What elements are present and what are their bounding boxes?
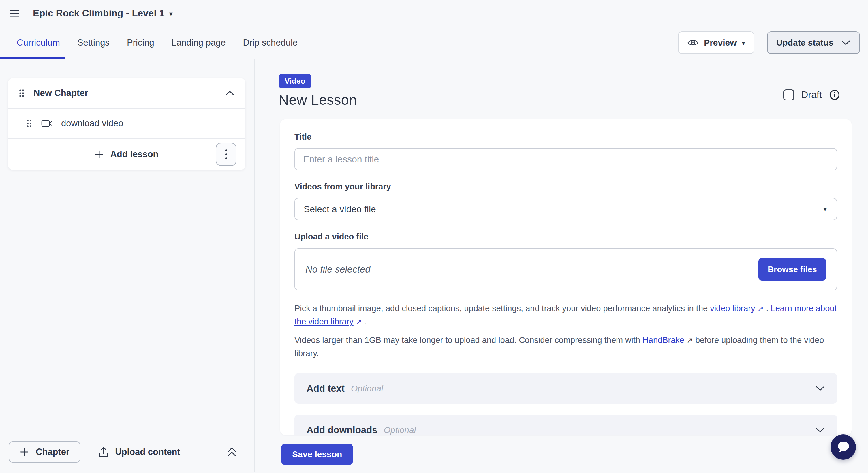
save-lesson-button[interactable]: Save lesson — [281, 444, 353, 465]
caret-down-icon: ▾ — [742, 39, 745, 47]
lesson-header: Video New Lesson — [255, 59, 868, 108]
external-link-icon: ↗ — [757, 302, 764, 315]
help-text: . — [764, 304, 771, 313]
tab-pricing[interactable]: Pricing — [118, 27, 163, 59]
preview-button[interactable]: Preview ▾ — [678, 31, 754, 54]
lesson-item[interactable]: download video — [8, 109, 245, 139]
add-lesson-button[interactable]: Add lesson — [93, 149, 160, 160]
compression-help-text: Videos larger than 1GB may take longer t… — [294, 334, 837, 360]
drag-dots-icon — [26, 119, 32, 128]
add-lesson-row: Add lesson — [8, 139, 245, 170]
update-status-button[interactable]: Update status — [767, 31, 860, 54]
tab-curriculum[interactable]: Curriculum — [0, 27, 69, 59]
video-library-link[interactable]: video library — [710, 304, 755, 313]
upload-label: Upload a video file — [294, 232, 837, 242]
collapse-all-button[interactable] — [227, 446, 237, 458]
optional-label: Optional — [351, 384, 383, 393]
upload-icon — [98, 446, 109, 458]
draft-toggle-group: Draft — [783, 89, 840, 101]
chapter-menu-button[interactable] — [216, 143, 237, 166]
lesson-editor: Video New Lesson Draft Title Videos from… — [255, 59, 868, 472]
chat-launcher-button[interactable] — [831, 434, 856, 460]
add-chapter-button[interactable]: Chapter — [9, 441, 81, 463]
add-downloads-section[interactable]: Add downloads Optional — [294, 415, 837, 435]
draft-label: Draft — [801, 89, 822, 100]
draft-checkbox[interactable] — [783, 89, 794, 100]
top-bar: Epic Rock Climbing - Level 1 ▾ — [0, 0, 868, 27]
tab-landing-page[interactable]: Landing page — [163, 27, 235, 59]
preview-label: Preview — [704, 38, 737, 48]
chapter-card: New Chapter — [8, 78, 245, 170]
external-link-icon: ↗ — [687, 334, 693, 347]
info-icon[interactable] — [829, 89, 840, 101]
lesson-form-card: Title Videos from your library Select a … — [280, 119, 851, 435]
course-tabs: Curriculum Settings Pricing Landing page… — [0, 27, 868, 59]
help-text: . — [362, 317, 367, 326]
upload-content-button[interactable]: Upload content — [97, 446, 182, 458]
library-label: Videos from your library — [294, 182, 837, 191]
tab-drip-schedule[interactable]: Drip schedule — [235, 27, 307, 59]
help-text: Pick a thumbnail image, add closed capti… — [294, 304, 710, 313]
handbrake-link[interactable]: HandBrake — [643, 336, 684, 345]
optional-label: Optional — [384, 425, 416, 435]
add-chapter-label: Chapter — [36, 447, 69, 457]
upload-content-label: Upload content — [115, 447, 180, 457]
page-title: New Lesson — [279, 92, 868, 108]
drag-handle[interactable] — [19, 89, 25, 98]
kebab-icon — [225, 149, 227, 160]
lesson-title-input[interactable] — [294, 148, 837, 170]
course-title: Epic Rock Climbing - Level 1 — [33, 8, 165, 19]
eye-icon — [687, 38, 699, 47]
chapter-title: New Chapter — [33, 88, 88, 98]
chevron-up-icon — [225, 90, 235, 96]
tab-settings[interactable]: Settings — [69, 27, 118, 59]
plus-icon — [20, 447, 29, 456]
add-downloads-label: Add downloads — [307, 424, 377, 435]
title-label: Title — [294, 132, 311, 141]
update-status-label: Update status — [776, 38, 833, 48]
video-camera-icon — [41, 119, 53, 128]
chevron-down-icon — [841, 40, 851, 45]
caret-down-icon: ▼ — [822, 206, 828, 213]
external-link-icon: ↗ — [356, 316, 362, 328]
upload-dropzone[interactable]: No file selected Browse files — [294, 248, 837, 290]
chapter-header: New Chapter — [8, 78, 245, 109]
header-actions: Preview ▾ Update status — [678, 31, 860, 54]
chat-bubble-icon — [836, 440, 851, 454]
no-file-text: No file selected — [305, 264, 371, 275]
course-title-dropdown[interactable]: Epic Rock Climbing - Level 1 ▾ — [33, 8, 173, 19]
select-value: Select a video file — [304, 204, 376, 215]
curriculum-sidebar: New Chapter — [0, 59, 255, 472]
drag-dots-icon — [19, 89, 25, 98]
menu-button[interactable] — [9, 9, 20, 18]
add-lesson-label: Add lesson — [110, 149, 158, 159]
sidebar-footer: Chapter Upload content — [0, 432, 254, 472]
drag-handle[interactable] — [26, 119, 32, 128]
video-library-select[interactable]: Select a video file ▼ — [294, 198, 837, 220]
double-chevron-up-icon — [227, 446, 237, 458]
chevron-down-icon — [815, 427, 825, 433]
chevron-down-icon — [815, 386, 825, 391]
hamburger-icon — [9, 9, 20, 18]
add-text-label: Add text — [307, 383, 345, 394]
video-help-text: Pick a thumbnail image, add closed capti… — [294, 302, 837, 328]
add-text-section[interactable]: Add text Optional — [294, 373, 837, 404]
caret-down-icon: ▾ — [169, 9, 173, 18]
help-text: Videos larger than 1GB may take longer t… — [294, 336, 643, 345]
lesson-type-badge: Video — [279, 74, 311, 88]
browse-files-button[interactable]: Browse files — [758, 258, 826, 281]
plus-icon — [95, 150, 104, 159]
collapse-chapter-button[interactable] — [225, 90, 235, 96]
lesson-title: download video — [61, 118, 123, 129]
